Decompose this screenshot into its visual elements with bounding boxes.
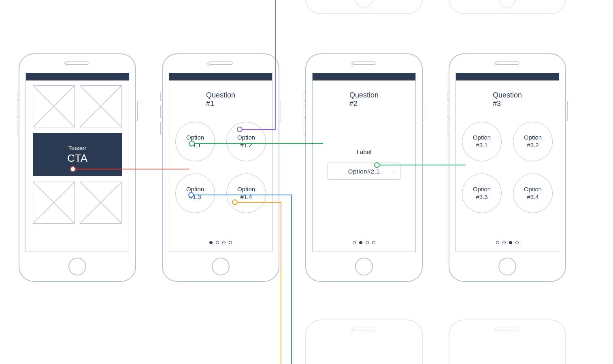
side-buttons-left <box>304 93 306 139</box>
phone-screen: Question#1 Option#1.1 Option#1.2 Option#… <box>169 73 272 252</box>
home-button-icon <box>355 0 373 8</box>
phone-faded-top-1 <box>305 0 423 14</box>
side-buttons-right <box>422 101 424 121</box>
phone-faded-bottom-2 <box>449 320 566 364</box>
status-bar <box>456 73 559 80</box>
status-bar <box>313 73 415 80</box>
option-button[interactable]: Option#3.1 <box>462 122 502 161</box>
image-placeholder <box>80 182 122 224</box>
pager-dot[interactable] <box>509 241 512 244</box>
teaser-cta-block[interactable]: Teaser CTA <box>33 133 122 176</box>
pager-dot[interactable] <box>229 241 232 244</box>
phone-hardware-top <box>449 61 565 65</box>
side-buttons-right <box>279 101 281 121</box>
home-button-icon <box>498 0 516 8</box>
dropdown-value: Option#2.1 <box>348 168 380 175</box>
phone-hardware-top <box>19 61 135 65</box>
pager-dot[interactable] <box>353 241 356 244</box>
camera-icon <box>64 62 67 66</box>
phone-question-1: Question#1 Option#1.1 Option#1.2 Option#… <box>162 53 279 282</box>
question-title: Question#2 <box>349 91 379 108</box>
camera-icon <box>494 62 497 66</box>
option-button[interactable]: Option#1.4 <box>226 174 266 213</box>
pager-dot[interactable] <box>359 241 362 244</box>
pager <box>209 241 232 248</box>
home-button-icon <box>212 258 230 275</box>
cta-label: CTA <box>67 152 87 165</box>
speaker-icon <box>209 61 233 65</box>
phone-hardware-top <box>306 61 422 65</box>
home-button-icon <box>68 258 86 275</box>
dropdown-select[interactable]: Option#2.1 ⌄ <box>328 163 400 180</box>
camera-icon <box>207 62 211 66</box>
option-button[interactable]: Option#3.4 <box>513 174 553 213</box>
side-buttons-right <box>136 101 138 121</box>
home-button-icon <box>498 258 516 275</box>
status-bar <box>26 73 129 80</box>
image-placeholder <box>33 182 75 224</box>
phone-faded-bottom-1 <box>305 320 423 364</box>
option-button[interactable]: Option#1.2 <box>226 122 266 161</box>
connector-node-green-1[interactable] <box>189 141 195 146</box>
speaker-icon <box>352 61 376 65</box>
connector-node-red[interactable] <box>70 166 76 172</box>
image-placeholder <box>33 85 75 127</box>
option-button[interactable]: Option#1.3 <box>175 174 215 213</box>
chevron-down-icon: ⌄ <box>392 169 396 173</box>
connector-node-blue[interactable] <box>188 192 194 198</box>
phone-screen: Teaser CTA <box>26 73 129 252</box>
pager-dot[interactable] <box>372 241 375 244</box>
pager-dot[interactable] <box>515 241 519 244</box>
option-label: Option#3.4 <box>524 186 542 201</box>
dropdown-label: Label <box>357 148 372 155</box>
speaker-icon <box>495 61 519 65</box>
home-button-icon <box>355 258 373 275</box>
pager-dot[interactable] <box>366 241 369 244</box>
phone-screen: Question#3 Option#3.1 Option#3.2 Option#… <box>455 73 559 252</box>
question-title: Question#3 <box>493 91 522 108</box>
option-button[interactable]: Option#1.1 <box>175 122 215 161</box>
pager-dot[interactable] <box>496 241 499 244</box>
pager-dot[interactable] <box>502 241 506 244</box>
option-button[interactable]: Option#3.3 <box>462 174 502 213</box>
question-title: Question#1 <box>206 91 235 108</box>
pager-dot[interactable] <box>222 241 226 244</box>
phone-hardware-top <box>163 61 279 65</box>
pager-dot[interactable] <box>216 241 219 244</box>
speaker-icon <box>65 61 89 65</box>
phone-question-2: Question#2 Label Option#2.1 ⌄ <box>305 53 423 282</box>
option-label: Option#3.2 <box>524 134 542 149</box>
camera-icon <box>351 62 354 66</box>
option-label: Option#3.1 <box>473 134 491 149</box>
connector-node-green-2[interactable] <box>374 162 380 168</box>
side-buttons-right <box>566 101 568 121</box>
pager <box>496 241 519 248</box>
side-buttons-left <box>447 93 449 139</box>
side-buttons-left <box>160 93 162 139</box>
connector-node-orange[interactable] <box>232 199 238 205</box>
phone-faded-top-2 <box>449 0 566 14</box>
status-bar <box>169 73 272 80</box>
teaser-label: Teaser <box>68 144 86 151</box>
option-button[interactable]: Option#3.2 <box>513 122 553 161</box>
pager <box>353 241 375 248</box>
option-label: Option#1.1 <box>186 134 204 149</box>
connector-node-purple[interactable] <box>237 127 243 132</box>
pager-dot[interactable] <box>209 241 213 244</box>
option-label: Option#1.4 <box>237 186 255 201</box>
phone-screen: Question#2 Label Option#2.1 ⌄ <box>312 73 416 252</box>
phone-teaser: Teaser CTA <box>19 53 136 282</box>
image-placeholder <box>80 85 122 127</box>
side-buttons-left <box>17 93 19 139</box>
option-label: Option#3.3 <box>473 186 491 201</box>
phone-question-3: Question#3 Option#3.1 Option#3.2 Option#… <box>449 53 566 282</box>
option-label: Option#1.2 <box>237 134 255 149</box>
